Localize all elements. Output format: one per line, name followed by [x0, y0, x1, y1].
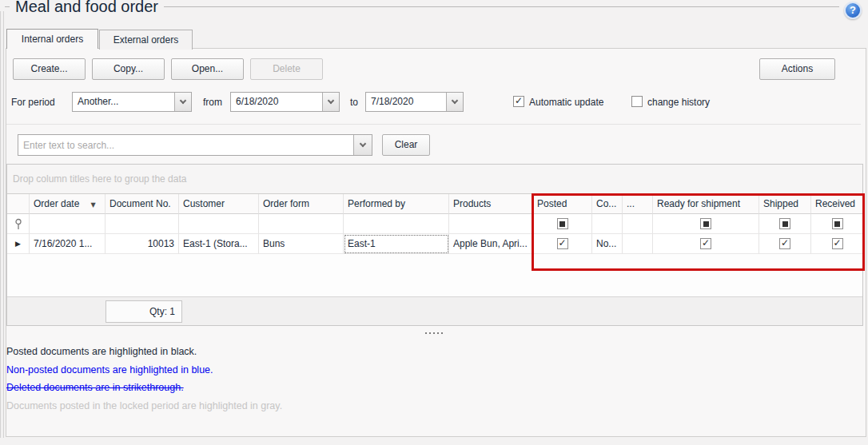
cell-posted[interactable] — [533, 234, 592, 254]
delete-button[interactable]: Delete — [250, 58, 323, 80]
cell-order-form[interactable]: Buns — [259, 234, 344, 254]
for-period-label: For period — [11, 93, 55, 113]
filter-order-form[interactable] — [259, 214, 344, 234]
table-row[interactable]: ▶ 7/16/2020 1... 10013 East-1 (Stora... … — [7, 234, 862, 254]
sort-descending-icon: ▼ — [90, 196, 95, 214]
ready-filter-checkbox[interactable] — [700, 218, 711, 229]
filter-posted-checkbox-cell[interactable] — [533, 214, 592, 234]
period-select[interactable]: Another... — [72, 92, 192, 112]
qty-summary: Qty: 1 — [106, 300, 182, 323]
filter-order-date[interactable] — [30, 214, 106, 234]
received-checkbox[interactable] — [832, 238, 843, 249]
filter-ellipsis[interactable] — [623, 214, 653, 234]
cell-products[interactable]: Apple Bun, Apri... — [449, 234, 533, 254]
period-value: Another... — [73, 93, 174, 111]
grid-empty-area — [7, 254, 862, 296]
splitter-handle[interactable] — [6, 326, 861, 340]
filter-products[interactable] — [449, 214, 533, 234]
filter-ready-checkbox-cell[interactable] — [653, 214, 759, 234]
tab-internal-orders[interactable]: Internal orders — [6, 29, 98, 49]
change-history-label: change history — [647, 93, 710, 113]
to-date-value: 7/18/2020 — [366, 93, 446, 111]
meal-and-food-order-window: { "window": { "title": "Meal and food or… — [0, 0, 868, 445]
header-products[interactable]: Products — [449, 194, 533, 214]
cell-received[interactable] — [811, 234, 864, 254]
header-ready-for-shipment[interactable]: Ready for shipment — [653, 194, 759, 214]
to-label: to — [350, 93, 358, 113]
header-indicator — [7, 194, 30, 214]
page-title: Meal and food order — [10, 0, 164, 16]
filter-document-no[interactable] — [106, 214, 179, 234]
open-button[interactable]: Open... — [171, 58, 244, 80]
ready-checkbox[interactable] — [700, 238, 711, 249]
shipped-checkbox[interactable] — [779, 238, 790, 249]
actions-button[interactable]: Actions — [759, 58, 835, 80]
legend-deleted: Deleted documents are in strikethrough. — [6, 379, 282, 397]
cell-co[interactable]: No... — [592, 234, 623, 254]
header-posted[interactable]: Posted — [533, 194, 592, 214]
left-splitter[interactable] — [0, 11, 4, 438]
filter-customer[interactable] — [179, 214, 259, 234]
header-document-no[interactable]: Document No. — [106, 194, 179, 214]
legend-non-posted: Non-posted documents are highlighted in … — [6, 361, 282, 379]
row-indicator-arrow: ▶ — [7, 234, 30, 254]
filter-co[interactable] — [592, 214, 623, 234]
received-filter-checkbox[interactable] — [832, 218, 843, 229]
chevron-down-icon[interactable] — [353, 135, 372, 155]
header-performed-by[interactable]: Performed by — [344, 194, 449, 214]
separator — [6, 124, 861, 125]
clear-button[interactable]: Clear — [382, 134, 430, 156]
header-order-date[interactable]: Order date▼ — [30, 194, 106, 214]
change-history-checkbox[interactable] — [631, 96, 643, 107]
header-order-form[interactable]: Order form — [259, 194, 344, 214]
chevron-down-icon[interactable] — [174, 93, 191, 111]
filter-received-checkbox-cell[interactable] — [811, 214, 864, 234]
auto-filter-row — [7, 214, 862, 234]
from-label: from — [203, 93, 222, 113]
legend-posted: Posted documents are highlighted in blac… — [6, 343, 282, 361]
search-combo — [18, 134, 372, 156]
tab-external-orders[interactable]: External orders — [99, 30, 193, 50]
search-input[interactable] — [18, 135, 353, 155]
shipped-filter-checkbox[interactable] — [779, 218, 790, 229]
cell-ready-for-shipment[interactable] — [653, 234, 759, 254]
legend-locked-period: Documents posted in the locked period ar… — [6, 397, 282, 415]
filter-row-icon — [7, 214, 30, 234]
create-button[interactable]: Create... — [13, 58, 86, 80]
chevron-down-icon[interactable] — [446, 93, 463, 111]
orders-grid: Drop column titles here to group the dat… — [6, 164, 863, 326]
header-ellipsis[interactable]: ... — [623, 194, 653, 214]
copy-button[interactable]: Copy... — [92, 58, 165, 80]
posted-checkbox[interactable] — [557, 238, 568, 249]
cell-shipped[interactable] — [759, 234, 811, 254]
group-by-panel[interactable]: Drop column titles here to group the dat… — [7, 165, 862, 194]
filter-performed-by[interactable] — [344, 214, 449, 234]
filter-shipped-checkbox-cell[interactable] — [759, 214, 811, 234]
header-shipped[interactable]: Shipped — [759, 194, 811, 214]
header-customer[interactable]: Customer — [179, 194, 259, 214]
help-icon[interactable]: ? — [844, 2, 862, 19]
automatic-update-checkbox[interactable] — [513, 96, 524, 107]
posted-filter-checkbox[interactable] — [557, 218, 568, 229]
grid-summary-footer: Qty: 1 — [7, 296, 862, 325]
grid-header-row: Order date▼ Document No. Customer Order … — [7, 194, 862, 214]
cell-document-no[interactable]: 10013 — [106, 234, 179, 254]
cell-performed-by[interactable]: East-1 — [344, 234, 449, 254]
cell-customer[interactable]: East-1 (Stora... — [179, 234, 259, 254]
header-co[interactable]: Co... — [592, 194, 623, 214]
legend: Posted documents are highlighted in blac… — [6, 343, 282, 415]
automatic-update-label: Automatic update — [529, 93, 603, 113]
header-received[interactable]: Received — [811, 194, 864, 214]
cell-ellipsis[interactable] — [623, 234, 653, 254]
chevron-down-icon[interactable] — [322, 93, 339, 111]
from-date-select[interactable]: 6/18/2020 — [230, 92, 340, 112]
cell-order-date[interactable]: 7/16/2020 1... — [30, 234, 106, 254]
to-date-select[interactable]: 7/18/2020 — [365, 92, 464, 112]
from-date-value: 6/18/2020 — [231, 93, 322, 111]
